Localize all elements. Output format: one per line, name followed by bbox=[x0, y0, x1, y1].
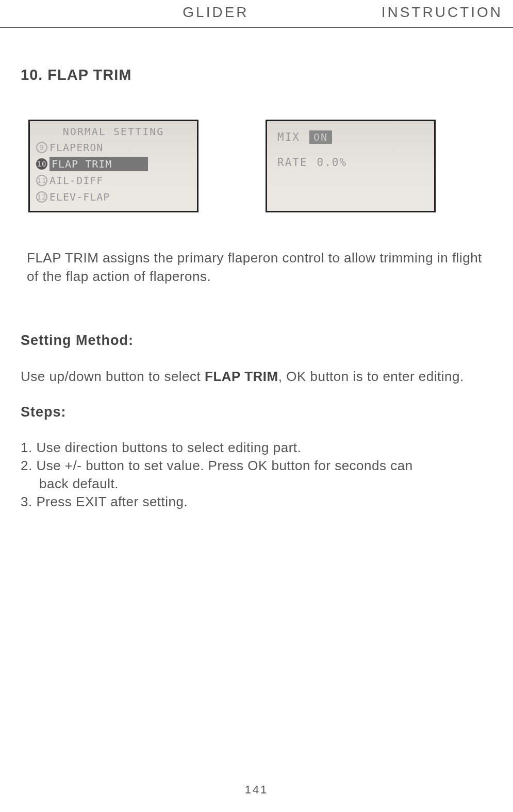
rate-value: 0.0% bbox=[317, 156, 347, 169]
step-2-line1: 2. Use +/- button to set value. Press OK… bbox=[21, 457, 492, 475]
lcd-screen-menu: NORMAL SETTING 9 FLAPERON 10 FLAP TRIM 1… bbox=[28, 120, 198, 212]
steps-title: Steps: bbox=[21, 404, 492, 420]
menu-item-flaperon: 9 FLAPERON bbox=[36, 140, 191, 155]
setting-method-title: Setting Method: bbox=[21, 333, 492, 349]
menu-label: FLAP TRIM bbox=[49, 157, 148, 171]
menu-item-elev-flap: 12 ELEV-FLAP bbox=[36, 189, 191, 205]
mix-row: MIX ON bbox=[277, 130, 424, 144]
rate-label: RATE bbox=[277, 156, 308, 169]
lcd-menu-title: NORMAL SETTING bbox=[36, 125, 191, 138]
menu-item-ail-diff: 11 AIL-DIFF bbox=[36, 173, 191, 188]
section-title: 10. FLAP TRIM bbox=[21, 67, 492, 84]
header-category: GLIDER bbox=[0, 4, 249, 21]
step-2-line2: back default. bbox=[21, 475, 492, 493]
mix-value-badge: ON bbox=[309, 130, 332, 144]
menu-num-icon: 10 bbox=[36, 158, 47, 170]
mix-label: MIX bbox=[277, 131, 300, 143]
rate-row: RATE 0.0% bbox=[277, 156, 424, 169]
steps-list: 1. Use direction buttons to select editi… bbox=[21, 439, 492, 511]
menu-num-icon: 9 bbox=[36, 142, 47, 153]
page-number: 141 bbox=[0, 783, 513, 797]
menu-label: AIL-DIFF bbox=[49, 174, 103, 187]
header-type: INSTRUCTION bbox=[249, 4, 513, 21]
lcd-screenshots: NORMAL SETTING 9 FLAPERON 10 FLAP TRIM 1… bbox=[21, 120, 492, 212]
menu-label: FLAPERON bbox=[49, 141, 103, 154]
setting-method-text: Use up/down button to select FLAP TRIM, … bbox=[21, 367, 492, 386]
lcd-screen-settings: MIX ON RATE 0.0% bbox=[266, 120, 436, 212]
text-prefix: Use up/down button to select bbox=[21, 369, 205, 384]
menu-num-icon: 12 bbox=[36, 191, 47, 203]
step-3: 3. Press EXIT after setting. bbox=[21, 493, 492, 511]
page-header: GLIDER INSTRUCTION bbox=[0, 0, 513, 28]
menu-item-flap-trim: 10 FLAP TRIM bbox=[36, 156, 191, 172]
text-suffix: , OK button is to enter editing. bbox=[278, 369, 464, 384]
menu-num-icon: 11 bbox=[36, 175, 47, 186]
menu-label: ELEV-FLAP bbox=[49, 191, 110, 203]
page-content: 10. FLAP TRIM NORMAL SETTING 9 FLAPERON … bbox=[0, 28, 513, 511]
step-1: 1. Use direction buttons to select editi… bbox=[21, 439, 492, 457]
text-bold: FLAP TRIM bbox=[205, 369, 278, 384]
description-text: FLAP TRIM assigns the primary flaperon c… bbox=[21, 248, 492, 286]
